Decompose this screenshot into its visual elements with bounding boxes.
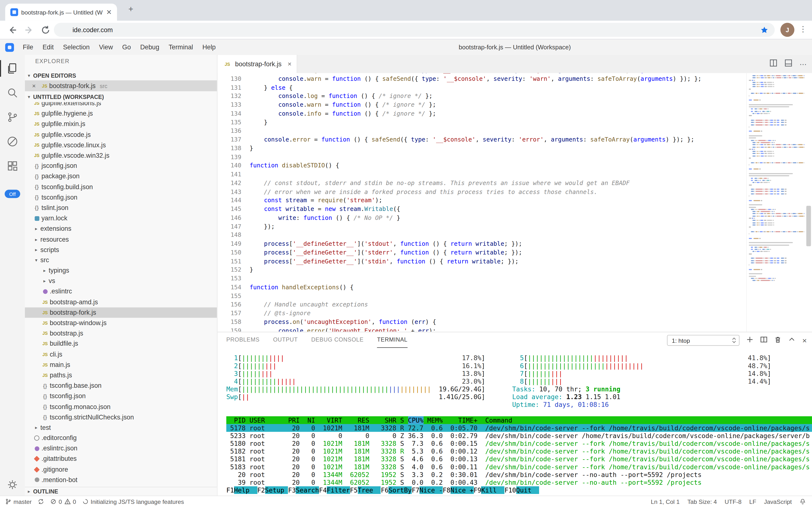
- file-tree-item[interactable]: ▸vs: [25, 276, 217, 286]
- file-tree-item[interactable]: ▾src: [25, 255, 217, 265]
- code-line[interactable]: 144 const stream = require('stream');: [217, 196, 744, 205]
- open-editor-item[interactable]: × JS bootstrap-fork.js src: [25, 80, 217, 91]
- menu-view[interactable]: View: [94, 40, 118, 55]
- panel-tab-output[interactable]: OUTPUT: [273, 332, 298, 348]
- search-icon[interactable]: [6, 87, 19, 99]
- htop-process-row[interactable]: 20 root 20 0 1344M 62052 1952 S 3.3 0.2 …: [226, 471, 812, 478]
- file-tree-item[interactable]: .mention-bot: [25, 475, 217, 485]
- file-tree-item[interactable]: {}package.json: [25, 171, 217, 182]
- code-line[interactable]: 149 process['__defineGetter__']('stdout'…: [217, 239, 744, 248]
- htop-process-row[interactable]: 39 root 20 0 1344M 62052 1952 S 0.0 0.2 …: [226, 478, 812, 486]
- split-editor-icon[interactable]: [769, 59, 777, 69]
- minimap[interactable]: [746, 73, 805, 332]
- maximize-panel-icon[interactable]: [788, 336, 796, 345]
- code-line[interactable]: 140function disableSTDIO() {: [217, 161, 744, 170]
- file-tree-item[interactable]: .gitattributes: [25, 454, 217, 464]
- code-line[interactable]: 141: [217, 170, 744, 179]
- menu-selection[interactable]: Selection: [58, 40, 94, 55]
- tab-size[interactable]: Tab Size: 4: [688, 499, 717, 505]
- file-tree-item[interactable]: yarn.lock: [25, 213, 217, 224]
- file-tree-item[interactable]: .gitignore: [25, 464, 217, 474]
- htop-process-row[interactable]: 5178 root 20 0 1021M 181M 3328 R 72.7 0.…: [226, 424, 812, 432]
- htop-function-keys[interactable]: F1Help F2Setup F3SearchF4FilterF5Tree F6…: [226, 486, 812, 494]
- debug-disabled-icon[interactable]: [6, 135, 19, 148]
- file-tree-item[interactable]: {}jsconfig.json: [25, 161, 217, 171]
- code-line[interactable]: 136: [217, 126, 744, 135]
- code-line[interactable]: 148: [217, 231, 744, 239]
- file-tree-item[interactable]: JSgulpfile.extensions.js: [25, 102, 217, 108]
- file-tree-item[interactable]: JSbootstrap-window.js: [25, 318, 217, 328]
- bookmark-star-icon[interactable]: [760, 25, 768, 34]
- workspace-header[interactable]: ▾ UNTITLED (WORKSPACE): [25, 92, 217, 102]
- file-tree-item[interactable]: ▸test: [25, 422, 217, 433]
- menu-go[interactable]: Go: [118, 40, 135, 55]
- close-icon[interactable]: ×: [32, 82, 40, 90]
- encoding[interactable]: UTF-8: [725, 499, 742, 505]
- file-tree-item[interactable]: ▸typings: [25, 265, 217, 276]
- code-line[interactable]: 155: [217, 291, 744, 300]
- htop-process-row[interactable]: 5182 root 20 0 1021M 181M 3328 R 5.3 0.6…: [226, 447, 812, 455]
- off-badge[interactable]: Off: [5, 190, 20, 198]
- file-tree-item[interactable]: .eslintrc.json: [25, 443, 217, 454]
- eol[interactable]: LF: [749, 499, 756, 505]
- code-line[interactable]: 134 console.info = function () { /* igno…: [217, 109, 744, 118]
- code-line[interactable]: 147 });: [217, 222, 744, 231]
- forward-button[interactable]: [24, 25, 34, 35]
- url-bar[interactable]: ide.coder.com: [54, 23, 775, 37]
- file-tree-item[interactable]: .eslintrc: [25, 286, 217, 297]
- kill-terminal-icon[interactable]: [774, 336, 782, 345]
- htop-process-row[interactable]: 5183 root 20 0 1021M 181M 3328 S 4.0 0.6…: [226, 463, 812, 471]
- tab-close-icon[interactable]: ✕: [106, 8, 112, 16]
- file-tree-item[interactable]: {}tsconfig.monaco.json: [25, 401, 217, 412]
- new-tab-button[interactable]: +: [128, 5, 133, 14]
- code-line[interactable]: 152}: [217, 266, 744, 274]
- file-tree-item[interactable]: JSgulpfile.hygiene.js: [25, 108, 217, 119]
- htop-process-row[interactable]: 5180 root 20 0 1021M 181M 3328 S 7.3 0.6…: [226, 440, 812, 447]
- file-tree-item[interactable]: .editorconfig: [25, 433, 217, 443]
- file-tree-item[interactable]: {}tsconfig.strictNullChecks.json: [25, 412, 217, 422]
- panel-tab-terminal[interactable]: TERMINAL: [377, 332, 408, 348]
- avatar[interactable]: J: [780, 23, 794, 37]
- code-editor[interactable]: 129 console.log = function () { safeSend…: [217, 73, 812, 332]
- status-message[interactable]: Initializing JS/TS language features: [82, 498, 184, 505]
- code-line[interactable]: 145 const writable = new stream.Writable…: [217, 205, 744, 214]
- code-line[interactable]: 132 console.log = function () { /* ignor…: [217, 92, 744, 101]
- split-terminal-icon[interactable]: [760, 336, 767, 345]
- file-tree-item[interactable]: ▸extensions: [25, 224, 217, 234]
- problems-indicator[interactable]: 0 0: [50, 498, 76, 505]
- branch-indicator[interactable]: master: [5, 498, 32, 505]
- cursor-position[interactable]: Ln 1, Col 1: [651, 499, 680, 505]
- code-line[interactable]: 151 process['__defineGetter__']('stdin',…: [217, 257, 744, 266]
- code-line[interactable]: 153: [217, 274, 744, 283]
- outline-header[interactable]: ▸ OUTLINE: [25, 487, 217, 495]
- menu-edit[interactable]: Edit: [38, 40, 59, 55]
- language-mode[interactable]: JavaScript: [764, 499, 792, 505]
- code-line[interactable]: 131 } else {: [217, 83, 744, 92]
- editor-tab[interactable]: JS bootstrap-fork.js ×: [217, 55, 297, 73]
- file-tree-item[interactable]: JSgulpfile.vscode.linux.js: [25, 140, 217, 150]
- code-line[interactable]: 142 // const stdout, stderr and stdin be…: [217, 179, 744, 187]
- file-tree-item[interactable]: JSbootstrap.js: [25, 328, 217, 339]
- code-line[interactable]: 135 }: [217, 118, 744, 127]
- panel-tab-debug-console[interactable]: DEBUG CONSOLE: [311, 332, 364, 348]
- code-line[interactable]: 156 // Handle uncaught exceptions: [217, 300, 744, 309]
- htop-process-row[interactable]: 5181 root 20 0 1021M 181M 3328 S 4.6 0.6…: [226, 455, 812, 463]
- code-line[interactable]: 146 write: function () { /* No OP */ }: [217, 213, 744, 222]
- file-tree-item[interactable]: JSbootstrap-amd.js: [25, 297, 217, 307]
- bell-icon[interactable]: [800, 498, 806, 505]
- file-tree-item[interactable]: {}tsconfig.base.json: [25, 381, 217, 391]
- file-tree-item[interactable]: ▸scripts: [25, 244, 217, 255]
- file-tree-item[interactable]: ▸resources: [25, 234, 217, 244]
- menu-debug[interactable]: Debug: [136, 40, 164, 55]
- code-line[interactable]: 157 // @ts-ignore: [217, 309, 744, 318]
- file-tree-item[interactable]: {}tsconfig.json: [25, 391, 217, 401]
- menu-help[interactable]: Help: [198, 40, 221, 55]
- editor-scrollbar[interactable]: [806, 206, 811, 246]
- code-line[interactable]: 137 console.error = function () { safeSe…: [217, 135, 744, 144]
- layout-icon[interactable]: [785, 59, 792, 69]
- code-line[interactable]: 158 process.on('uncaughtException', func…: [217, 318, 744, 326]
- sync-button[interactable]: [38, 498, 44, 505]
- terminal[interactable]: 1[||||||||||| 17.8%] 5[|||||||||||||||||…: [226, 354, 812, 494]
- close-panel-icon[interactable]: ×: [802, 336, 807, 344]
- htop-process-row[interactable]: 5233 root 20 0 0 0 0 Z 36.3 0.0 0:02.79 …: [226, 432, 812, 440]
